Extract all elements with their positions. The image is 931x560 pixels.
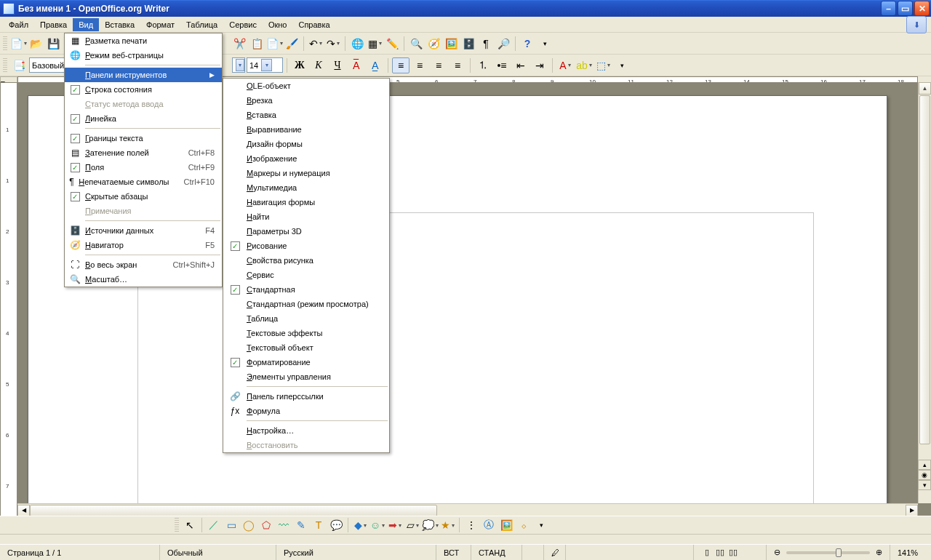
format-paintbrush-button[interactable]: 🖌️: [284, 36, 300, 52]
subscript-button[interactable]: A̲: [367, 57, 384, 73]
prev-page-button[interactable]: ▴: [918, 460, 931, 470]
menu-item[interactable]: ✓Стандартная: [223, 282, 389, 297]
highlight-button[interactable]: ab: [575, 57, 593, 73]
symbol-shapes-tool[interactable]: ☺: [369, 517, 385, 533]
undo-button[interactable]: ↶: [308, 36, 324, 52]
menu-item[interactable]: ✓Рисование: [223, 239, 389, 253]
toolbar-overflow[interactable]: ▾: [537, 36, 553, 52]
menu-item[interactable]: Выравнивание: [223, 122, 389, 137]
menu-item[interactable]: OLE-объект: [223, 79, 389, 93]
freeform-tool[interactable]: ✎: [293, 517, 309, 533]
menu-item[interactable]: Маркеры и нумерация: [223, 166, 389, 180]
align-center-button[interactable]: ≡: [411, 57, 428, 73]
nonprinting-button[interactable]: ¶: [478, 36, 494, 52]
menu-item[interactable]: Сервис: [223, 268, 389, 282]
help-button[interactable]: ?: [519, 36, 535, 52]
menu-file[interactable]: Файл: [3, 18, 34, 31]
scroll-right-button[interactable]: ▶: [906, 505, 918, 516]
align-right-button[interactable]: ≡: [430, 57, 447, 73]
scroll-up-button[interactable]: ▲: [919, 82, 931, 95]
zoom-slider[interactable]: [786, 551, 870, 554]
table-button[interactable]: ▦: [367, 36, 383, 52]
horizontal-scrollbar[interactable]: ◀ ▶: [17, 503, 918, 516]
menu-item[interactable]: Текстовый объект: [223, 340, 389, 355]
decrease-indent-button[interactable]: ⇤: [512, 57, 530, 73]
underline-button[interactable]: Ч: [329, 57, 346, 73]
increase-indent-button[interactable]: ⇥: [531, 57, 548, 73]
superscript-button[interactable]: A̅: [348, 57, 365, 73]
status-language[interactable]: Русский: [276, 545, 436, 560]
font-name-caret[interactable]: ▾: [232, 57, 245, 73]
menu-item[interactable]: 🧭НавигаторF5: [65, 238, 222, 252]
toolbar-grip[interactable]: [3, 36, 7, 51]
extrusion-tool[interactable]: ⬦: [516, 517, 532, 533]
scroll-thumb[interactable]: [919, 95, 930, 444]
menu-view[interactable]: Вид: [73, 18, 99, 31]
ellipse-tool[interactable]: ◯: [241, 517, 257, 533]
menu-item[interactable]: Изображение: [223, 151, 389, 166]
zoom-percent[interactable]: 141%: [890, 545, 931, 560]
menu-item[interactable]: Панели инструментов▶: [65, 68, 222, 82]
menu-item[interactable]: Параметры 3D: [223, 224, 389, 239]
open-button[interactable]: 📂: [28, 36, 44, 52]
navigator-button[interactable]: 🧭: [425, 36, 441, 52]
fontwork-tool[interactable]: Ⓐ: [481, 517, 497, 533]
toolbar-grip[interactable]: [175, 518, 179, 532]
from-file-tool[interactable]: 🖼️: [498, 517, 514, 533]
menu-item[interactable]: Вставка: [223, 108, 389, 122]
find-button[interactable]: 🔍: [408, 36, 424, 52]
hscroll-thumb[interactable]: [30, 505, 437, 516]
menu-item[interactable]: ✓Границы текста: [65, 131, 222, 145]
text-tool[interactable]: T: [311, 517, 327, 533]
menu-table[interactable]: Таблица: [180, 18, 223, 31]
menu-item[interactable]: ✓Скрытые абзацы: [65, 189, 222, 204]
download-pane-button[interactable]: ⬇: [906, 16, 927, 33]
menu-window[interactable]: Окно: [263, 18, 293, 31]
menu-item[interactable]: Мультимедиа: [223, 180, 389, 195]
menu-item[interactable]: ¶Непечатаемые символыCtrl+F10: [65, 175, 222, 189]
paste-button[interactable]: 📄: [266, 36, 282, 52]
line-tool[interactable]: ／: [206, 517, 222, 533]
menu-insert[interactable]: Вставка: [99, 18, 140, 31]
zoom-out-icon[interactable]: ⊖: [774, 548, 780, 557]
draw-button[interactable]: ✏️: [384, 36, 400, 52]
menu-item[interactable]: Дизайн формы: [223, 137, 389, 151]
cut-button[interactable]: ✂️: [231, 36, 247, 52]
maximize-button[interactable]: ▭: [898, 1, 913, 16]
menu-item[interactable]: ⛶Во весь экранCtrl+Shift+J: [65, 257, 222, 272]
flowchart-tool[interactable]: ▱: [404, 517, 420, 533]
datasources-button[interactable]: 🗄️: [460, 36, 476, 52]
copy-button[interactable]: 📋: [249, 36, 265, 52]
status-signature[interactable]: 🖊: [544, 545, 566, 560]
zoom-in-icon[interactable]: ⊕: [876, 548, 882, 557]
vertical-scrollbar[interactable]: ▲ ▼ ▴ ◉ ▾: [918, 82, 931, 503]
menu-item[interactable]: Свойства рисунка: [223, 253, 389, 268]
font-size-combo[interactable]: 14▾: [247, 57, 283, 73]
menu-item[interactable]: Навигация формы: [223, 195, 389, 209]
menu-item[interactable]: Текстовые эффекты: [223, 326, 389, 340]
status-page[interactable]: Страница 1 / 1: [0, 545, 160, 560]
menu-item[interactable]: ✓ПоляCtrl+F9: [65, 160, 222, 175]
select-tool[interactable]: ↖: [182, 517, 198, 533]
zoom-button[interactable]: 🔎: [495, 36, 511, 52]
menu-help[interactable]: Справка: [292, 18, 335, 31]
font-color-button[interactable]: A: [556, 57, 574, 73]
curve-tool[interactable]: 〰: [276, 517, 292, 533]
menu-item[interactable]: Настройка…: [223, 423, 389, 438]
arrows-tool[interactable]: ➡: [387, 517, 403, 533]
close-button[interactable]: ✕: [914, 1, 930, 16]
book-icon[interactable]: ▯▯: [727, 547, 739, 559]
menu-item[interactable]: ✓Форматирование: [223, 355, 389, 369]
menu-format[interactable]: Формат: [140, 18, 180, 31]
align-justify-button[interactable]: ≡: [449, 57, 466, 73]
menu-item[interactable]: ✓Строка состояния: [65, 82, 222, 97]
bullet-list-button[interactable]: •≡: [493, 57, 511, 73]
next-page-button[interactable]: ▾: [918, 480, 931, 490]
save-button[interactable]: 💾: [45, 36, 61, 52]
menu-item[interactable]: Элементы управления: [223, 369, 389, 384]
menu-item[interactable]: ▦Разметка печати: [65, 33, 222, 48]
menu-tools[interactable]: Сервис: [223, 18, 263, 31]
status-insert[interactable]: ВСТ: [436, 545, 471, 560]
menu-item[interactable]: 🗄️Источники данныхF4: [65, 223, 222, 238]
toolbar-overflow[interactable]: ▾: [613, 57, 631, 73]
